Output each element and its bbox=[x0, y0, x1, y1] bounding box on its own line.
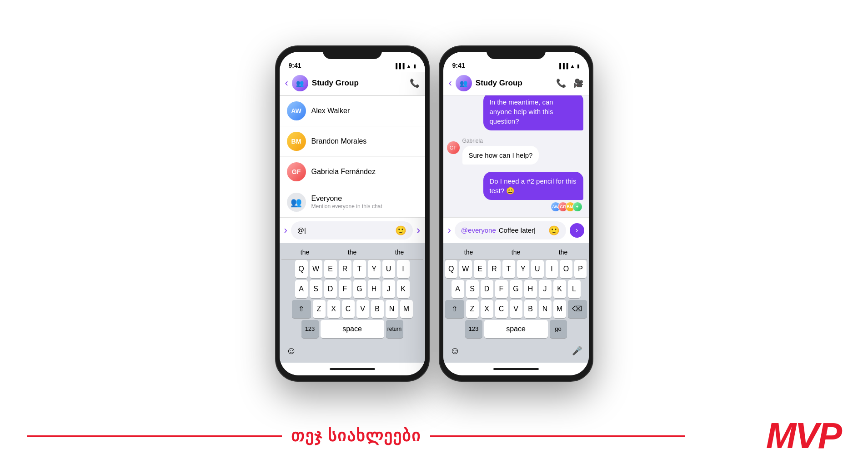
chat-area-1: Do I need a #2 pencil for th test? 😄 AW bbox=[280, 95, 425, 217]
key-S[interactable]: S bbox=[310, 280, 322, 298]
key2-W[interactable]: W bbox=[459, 260, 472, 278]
input-field-2[interactable]: @everyone Coffee later| 🙂 bbox=[455, 221, 566, 239]
key2-delete[interactable]: ⌫ bbox=[568, 300, 587, 318]
key-D[interactable]: D bbox=[324, 280, 337, 298]
key2-S[interactable]: S bbox=[466, 280, 479, 298]
suggestion-1b[interactable]: the bbox=[344, 248, 360, 257]
key2-H[interactable]: H bbox=[524, 280, 537, 298]
key-F[interactable]: F bbox=[339, 280, 351, 298]
battery-icon: ▮ bbox=[413, 63, 416, 69]
key2-E[interactable]: E bbox=[474, 260, 487, 278]
key2-J[interactable]: J bbox=[539, 280, 552, 298]
kb1-row2: A S D F G H J K bbox=[281, 280, 423, 298]
mention-item-alex[interactable]: AW Alex Walker bbox=[280, 96, 425, 126]
key-X[interactable]: X bbox=[327, 300, 340, 318]
suggestion-2c[interactable]: the bbox=[555, 248, 571, 257]
key2-V[interactable]: V bbox=[510, 300, 522, 318]
key2-A[interactable]: A bbox=[452, 280, 464, 298]
phone-call-icon-1[interactable]: 📞 bbox=[410, 78, 420, 88]
key-Z[interactable]: Z bbox=[313, 300, 326, 318]
key2-C[interactable]: C bbox=[495, 300, 508, 318]
kb1-row4: 123 space return bbox=[281, 320, 423, 338]
red-line-right bbox=[430, 435, 685, 437]
mic-button-2[interactable]: 🎤 bbox=[569, 342, 585, 360]
key-C[interactable]: C bbox=[342, 300, 355, 318]
mention-item-brandon[interactable]: BM Brandon Morales bbox=[280, 126, 425, 157]
key2-T[interactable]: T bbox=[502, 260, 515, 278]
suggestion-1a[interactable]: the bbox=[297, 248, 313, 257]
key2-P[interactable]: P bbox=[574, 260, 587, 278]
key-I[interactable]: I bbox=[397, 260, 410, 278]
key2-M[interactable]: M bbox=[553, 300, 566, 318]
back-button-1[interactable]: ‹ bbox=[285, 78, 288, 88]
key2-Y[interactable]: Y bbox=[517, 260, 530, 278]
mention-name-brandon: Brandon Morales bbox=[311, 137, 367, 145]
back-button-2[interactable]: ‹ bbox=[449, 78, 452, 88]
key-123[interactable]: 123 bbox=[301, 320, 319, 338]
suggestion-2b[interactable]: the bbox=[508, 248, 524, 257]
input-field-1[interactable]: @| 🙂 bbox=[291, 221, 413, 239]
key2-X[interactable]: X bbox=[481, 300, 493, 318]
bottom-bar: თეჯ სიახლეები MVP bbox=[0, 418, 868, 454]
key-N[interactable]: N bbox=[386, 300, 398, 318]
key-V[interactable]: V bbox=[356, 300, 369, 318]
key-return[interactable]: return bbox=[386, 320, 403, 338]
key-T[interactable]: T bbox=[353, 260, 366, 278]
key2-shift[interactable]: ⇧ bbox=[445, 300, 464, 318]
key2-U[interactable]: U bbox=[531, 260, 544, 278]
suggestion-1c[interactable]: the bbox=[391, 248, 407, 257]
key-space[interactable]: space bbox=[321, 320, 384, 338]
video-call-icon-2[interactable]: 🎥 bbox=[573, 78, 583, 88]
kb2-bottom: ☺ 🎤 bbox=[445, 340, 587, 361]
status-icons-1: ▐▐▐ ▲ ▮ bbox=[394, 63, 416, 69]
group-avatar-2: 👥 bbox=[456, 75, 472, 91]
key2-G[interactable]: G bbox=[510, 280, 522, 298]
send-button-2[interactable]: › bbox=[570, 223, 584, 238]
key-R[interactable]: R bbox=[339, 260, 351, 278]
emoji-keyboard-btn-2[interactable]: ☺ bbox=[447, 342, 463, 360]
key-A[interactable]: A bbox=[295, 280, 308, 298]
key-M[interactable]: M bbox=[400, 300, 413, 318]
key2-N[interactable]: N bbox=[539, 300, 552, 318]
key2-123[interactable]: 123 bbox=[465, 320, 482, 338]
mention-info-everyone: Everyone Mention everyone in this chat bbox=[311, 195, 382, 210]
key-B[interactable]: B bbox=[371, 300, 384, 318]
key-E[interactable]: E bbox=[324, 260, 337, 278]
key-shift[interactable]: ⇧ bbox=[292, 300, 311, 318]
key2-go[interactable]: go bbox=[550, 320, 567, 338]
key2-K[interactable]: K bbox=[553, 280, 566, 298]
key2-R[interactable]: R bbox=[488, 260, 501, 278]
key2-B[interactable]: B bbox=[524, 300, 537, 318]
key-J[interactable]: J bbox=[382, 280, 395, 298]
key2-Z[interactable]: Z bbox=[466, 300, 479, 318]
kb1-row3: ⇧ Z X C V B N M bbox=[281, 300, 423, 318]
key2-F[interactable]: F bbox=[495, 280, 508, 298]
send-button-1[interactable]: › bbox=[416, 223, 421, 237]
key2-L[interactable]: L bbox=[568, 280, 581, 298]
key-Q[interactable]: Q bbox=[295, 260, 308, 278]
key2-O[interactable]: O bbox=[560, 260, 572, 278]
emoji-keyboard-btn-1[interactable]: ☺ bbox=[283, 342, 300, 360]
key2-I[interactable]: I bbox=[546, 260, 558, 278]
key-U[interactable]: U bbox=[382, 260, 395, 278]
key-K[interactable]: K bbox=[397, 280, 410, 298]
suggestion-2a[interactable]: the bbox=[461, 248, 477, 257]
emoji-button-1[interactable]: 🙂 bbox=[395, 225, 406, 236]
expand-button-2[interactable]: › bbox=[448, 225, 451, 236]
key2-space[interactable]: space bbox=[484, 320, 548, 338]
phone-call-icon-2[interactable]: 📞 bbox=[556, 78, 566, 88]
emoji-button-2[interactable]: 🙂 bbox=[548, 225, 560, 236]
kb2-row1: Q W E R T Y U I O P bbox=[445, 260, 587, 278]
bubble-gabriela: Sure how can I help? bbox=[462, 146, 539, 165]
key-W[interactable]: W bbox=[310, 260, 322, 278]
msg-with-reactions: Do I need a #2 pencil for this test? 😄 A… bbox=[483, 170, 589, 212]
key2-Q[interactable]: Q bbox=[445, 260, 458, 278]
mention-item-everyone[interactable]: 👥 Everyone Mention everyone in this chat bbox=[280, 187, 425, 217]
key-Y[interactable]: Y bbox=[368, 260, 381, 278]
key2-D[interactable]: D bbox=[481, 280, 493, 298]
key-G[interactable]: G bbox=[353, 280, 366, 298]
everyone-icon: 👥 bbox=[291, 197, 302, 208]
expand-button-1[interactable]: › bbox=[284, 225, 287, 236]
mention-item-gabriela[interactable]: GF Gabriela Fernández bbox=[280, 157, 425, 187]
key-H[interactable]: H bbox=[368, 280, 381, 298]
